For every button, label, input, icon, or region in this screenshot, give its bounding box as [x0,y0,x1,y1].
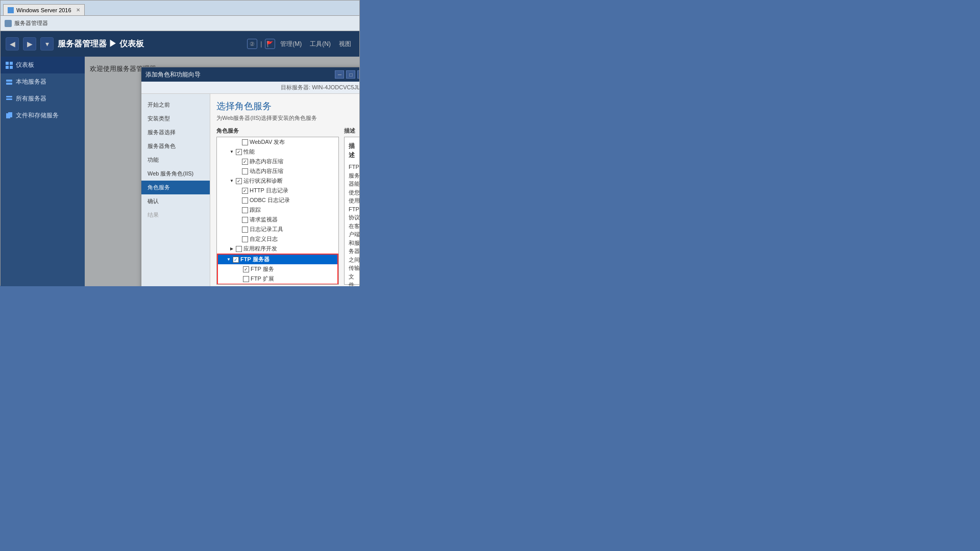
separator: | [260,40,262,47]
nav-item-confirm[interactable]: 确认 [141,194,210,208]
flag-icon[interactable]: 🚩 [265,39,275,49]
label-tracing: 跟踪 [250,206,261,214]
modal-maximize-button[interactable]: □ [346,70,355,79]
cb-dynamic-compress[interactable] [242,168,248,174]
svg-rect-3 [10,66,13,69]
tree-item-perf[interactable]: ▼ ✓ 性能 [217,147,338,157]
cb-http-log[interactable]: ✓ [242,188,248,194]
ftp-server-highlight-box: ▼ ✓ FTP 服务器 ✓ [217,254,338,285]
cb-custom-log[interactable] [242,236,248,242]
sidebar-item-dashboard[interactable]: 仪表板 [1,57,85,73]
tree-item-req-monitor[interactable]: 请求监视器 [217,215,338,224]
cb-app-dev[interactable] [236,246,242,252]
tree-item-dynamic-compress[interactable]: 动态内容压缩 [217,166,338,176]
nav-item-server-select[interactable]: 服务器选择 [141,126,210,139]
notification-icon[interactable]: ② [247,39,257,49]
cb-webdav[interactable] [242,139,248,145]
forward-button[interactable]: ▶ [23,37,36,51]
nav-item-server-roles[interactable]: 服务器角色 [141,139,210,153]
expand-http-log [235,188,240,193]
tree-item-custom-log[interactable]: 自定义日志 [217,234,338,244]
sidebar-item-local[interactable]: 本地服务器 [1,73,85,90]
tree-item-http-log[interactable]: ✓ HTTP 日志记录 [217,186,338,195]
expand-tracing [235,208,240,213]
sm-sidebar: 仪表板 本地服务器 所有服务器 [1,57,85,286]
target-label: 目标服务器 [281,84,309,90]
cb-tracing[interactable] [242,207,248,213]
tab-title: Windows Server 2016 [16,7,71,13]
sidebar-label-files: 文件和存储服务 [16,111,59,120]
label-custom-log: 自定义日志 [250,235,278,243]
expand-health[interactable]: ▼ [229,179,234,184]
cb-ftp-ext[interactable] [243,276,249,282]
expand-custom-log [235,237,240,242]
tree-item-health[interactable]: ▼ ✓ 运行状况和诊断 [217,176,338,186]
sidebar-label-local: 本地服务器 [16,78,46,86]
cb-req-monitor[interactable] [242,217,248,223]
svg-rect-6 [6,96,12,97]
cb-ftp-service[interactable]: ✓ [243,266,249,272]
label-health: 运行状况和诊断 [243,177,283,185]
cb-static-compress[interactable]: ✓ [242,159,248,165]
browser-window: Windows Server 2016 ✕ 服务器管理器 ◀ ▶ ▾ 服务器管理… [0,0,360,286]
tree-item-tracing[interactable]: 跟踪 [217,205,338,215]
nav-item-web-roles[interactable]: Web 服务角色(IIS) [141,167,210,181]
tree-item-webdav[interactable]: WebDAV 发布 [217,137,338,147]
back-button[interactable]: ◀ [6,37,19,51]
tree-item-log-tools[interactable]: 日志记录工具 [217,224,338,234]
tree-item-ftp-ext[interactable]: FTP 扩展 [218,274,337,284]
dropdown-button[interactable]: ▾ [40,37,54,51]
svg-rect-4 [6,80,12,82]
expand-webdav [235,140,240,145]
modal-window-controls: ─ □ ✕ [335,70,359,79]
nav-item-features[interactable]: 功能 [141,153,210,167]
sidebar-item-files[interactable]: 文件和存储服务 [1,107,85,124]
tree-item-app-dev[interactable]: ▶ 应用程序开发 [217,244,338,254]
expand-app-dev[interactable]: ▶ [229,246,234,252]
svg-rect-9 [8,112,12,117]
target-server-name: WIN-4JODCVC5JLM [312,84,359,90]
modal-nav: 开始之前 安装类型 服务器选择 服务器角色 功能 Web 服务角色(IIS) 角… [141,94,210,286]
tree-item-ftp-server[interactable]: ▼ ✓ FTP 服务器 [218,255,337,264]
expand-ftp-server[interactable]: ▼ [226,257,231,262]
sm-main-area: 仪表板 本地服务器 所有服务器 [1,57,359,286]
address-icon [5,20,12,27]
address-bar: 服务器管理器 [1,16,359,31]
menu-view[interactable]: 视图 [336,39,354,49]
tree-item-static-compress[interactable]: ✓ 静态内容压缩 [217,157,338,166]
desc-text: FTP 服务器能使您使用 FTP 协议在客户端和服务器之间传输文件。用户可以使用… [349,163,359,286]
nav-item-before[interactable]: 开始之前 [141,98,210,112]
menu-manage[interactable]: 管理(M) [277,39,305,49]
cb-ftp-server[interactable]: ✓ [233,257,239,263]
cb-perf[interactable]: ✓ [236,149,242,155]
tab-close-button[interactable]: ✕ [76,7,80,13]
cb-odbc-log[interactable] [242,197,248,204]
menu-tools[interactable]: 工具(N) [307,39,334,49]
browser-tab[interactable]: Windows Server 2016 ✕ [3,4,85,15]
nav-item-role-services[interactable]: 角色服务 [141,181,210,194]
nav-item-install-type[interactable]: 安装类型 [141,112,210,126]
tree-panel[interactable]: WebDAV 发布 ▼ ✓ 性能 [216,137,339,285]
label-ftp-ext: FTP 扩展 [251,275,274,283]
modal-body: 开始之前 安装类型 服务器选择 服务器角色 功能 Web 服务角色(IIS) 角… [141,94,359,286]
cb-health[interactable]: ✓ [236,178,242,184]
sidebar-label-dashboard: 仪表板 [16,61,34,69]
col-header-roles: 角色服务 [216,127,339,135]
address-bar-text: 服务器管理器 [14,19,48,27]
modal-minimize-button[interactable]: ─ [335,70,344,79]
sm-content-area: 欢迎使用服务器管理器 添加角色和功能向导 ─ □ ✕ [85,57,359,286]
toolbar-menu: ② | 🚩 管理(M) 工具(N) 视图 [247,39,354,49]
expand-perf[interactable]: ▼ [229,149,234,155]
sidebar-item-all[interactable]: 所有服务器 [1,90,85,107]
cb-log-tools[interactable] [242,227,248,233]
tree-item-ftp-service[interactable]: ✓ FTP 服务 [218,264,337,274]
modal-close-button[interactable]: ✕ [357,70,359,79]
modal-page-title: 选择角色服务 [216,100,359,112]
dashboard-icon [6,62,13,69]
svg-rect-2 [6,66,9,69]
tree-item-odbc-log[interactable]: ODBC 日志记录 [217,195,338,205]
nav-item-results: 结果 [141,208,210,222]
label-http-log: HTTP 日志记录 [250,187,288,194]
modal-overlay: 添加角色和功能向导 ─ □ ✕ 目标服务器: WIN-4JODCVC5JLM [85,57,359,286]
expand-dynamic-compress [235,169,240,174]
